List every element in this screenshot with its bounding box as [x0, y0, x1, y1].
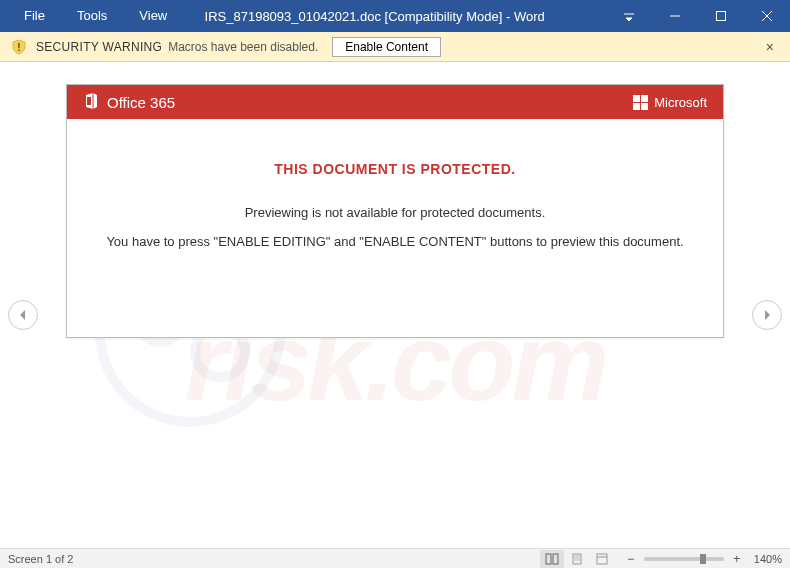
screen-indicator[interactable]: Screen 1 of 2 — [8, 553, 73, 565]
document-header: Office 365 Microsoft — [67, 85, 723, 119]
enable-content-button[interactable]: Enable Content — [332, 37, 441, 57]
protected-title: THIS DOCUMENT IS PROTECTED. — [91, 161, 699, 177]
print-layout-button[interactable] — [565, 550, 589, 568]
svg-rect-11 — [553, 554, 558, 564]
minimize-button[interactable] — [652, 0, 698, 32]
zoom-control: − + 140% — [624, 552, 782, 566]
zoom-in-button[interactable]: + — [730, 552, 744, 566]
close-warning-icon[interactable]: × — [760, 39, 780, 55]
shield-warning-icon: ! — [10, 38, 28, 56]
window-controls — [606, 0, 790, 32]
document-body: THIS DOCUMENT IS PROTECTED. Previewing i… — [67, 119, 723, 249]
document-workspace: PC risk.com Office 365 Microsoft THIS DO… — [0, 62, 790, 568]
svg-rect-1 — [717, 12, 726, 21]
zoom-slider-thumb[interactable] — [700, 554, 706, 564]
title-bar: File Tools View IRS_87198093_01042021.do… — [0, 0, 790, 32]
menu-file[interactable]: File — [8, 0, 61, 32]
ribbon-toggle-icon[interactable] — [606, 0, 652, 32]
menu-tools[interactable]: Tools — [61, 0, 123, 32]
status-bar: Screen 1 of 2 − + 140% — [0, 548, 790, 568]
web-layout-button[interactable] — [590, 550, 614, 568]
next-page-button[interactable] — [752, 300, 782, 330]
zoom-percent[interactable]: 140% — [754, 553, 782, 565]
view-mode-group — [540, 550, 614, 568]
protected-message-2: You have to press "ENABLE EDITING" and "… — [91, 234, 699, 249]
previous-page-button[interactable] — [8, 300, 38, 330]
zoom-out-button[interactable]: − — [624, 552, 638, 566]
svg-text:!: ! — [17, 42, 20, 53]
svg-rect-10 — [546, 554, 551, 564]
menu-view[interactable]: View — [123, 0, 183, 32]
maximize-button[interactable] — [698, 0, 744, 32]
svg-rect-16 — [597, 554, 607, 564]
security-warning-label: SECURITY WARNING — [36, 40, 162, 54]
document-page: Office 365 Microsoft THIS DOCUMENT IS PR… — [66, 84, 724, 338]
menu-bar: File Tools View — [0, 0, 183, 32]
security-warning-bar: ! SECURITY WARNING Macros have been disa… — [0, 32, 790, 62]
microsoft-label: Microsoft — [654, 95, 707, 110]
protected-message-1: Previewing is not available for protecte… — [91, 205, 699, 220]
close-button[interactable] — [744, 0, 790, 32]
document-title: IRS_87198093_01042021.doc [Compatibility… — [183, 9, 606, 24]
office365-label: Office 365 — [107, 94, 175, 111]
read-mode-button[interactable] — [540, 550, 564, 568]
security-warning-message: Macros have been disabled. — [168, 40, 318, 54]
microsoft-logo-icon — [633, 95, 648, 110]
svg-rect-9 — [87, 97, 91, 105]
office-icon — [83, 92, 99, 113]
zoom-slider[interactable] — [644, 557, 724, 561]
